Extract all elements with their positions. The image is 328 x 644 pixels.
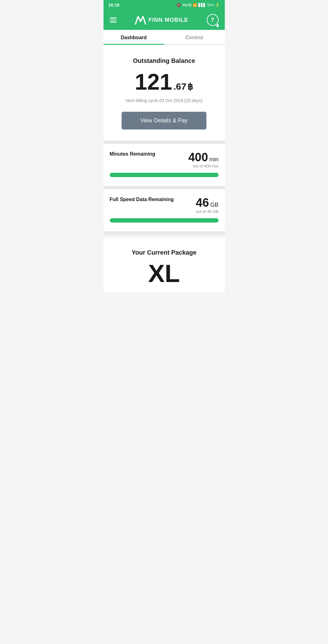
view-details-pay-button[interactable]: View Details & Pay <box>122 112 207 129</box>
balance-title: Outstanding Balance <box>111 57 217 64</box>
status-bar: 10:16 🔇 VoLTE 📶 ▋▋▋ 55% 🔋 <box>104 0 225 10</box>
logo-icon <box>135 15 146 25</box>
battery-icon: 🔋 <box>215 3 220 7</box>
section-divider-2 <box>104 186 225 189</box>
app-logo: FINN MOBILE <box>135 15 188 25</box>
lte-icon: VoLTE <box>182 3 192 7</box>
minutes-value-block: 400 min out of 400 min <box>188 151 219 168</box>
package-title: Your Current Package <box>111 249 217 256</box>
tab-bar: Dashboard Control <box>104 30 225 45</box>
package-section: Your Current Package XL <box>104 238 225 292</box>
status-time: 10:16 <box>109 2 120 7</box>
tab-dashboard[interactable]: Dashboard <box>104 30 164 44</box>
minutes-progress-bar <box>110 173 219 177</box>
status-icons: 🔇 VoLTE 📶 ▋▋▋ 55% 🔋 <box>177 3 219 7</box>
menu-button[interactable] <box>110 17 117 22</box>
balance-decimal-amount: .67 <box>173 81 187 92</box>
help-button[interactable]: ? <box>207 14 219 26</box>
minutes-section: Minutes Remaining 400 min out of 400 min <box>104 144 225 186</box>
balance-amount: 121 .67 ฿ <box>111 71 217 93</box>
package-name: XL <box>111 261 217 286</box>
data-unit: GB <box>210 202 218 208</box>
help-icon: ? <box>211 17 214 23</box>
data-row: Full Speed Data Remaining 46 GB out of 4… <box>110 197 219 214</box>
minutes-progress-fill <box>110 173 219 177</box>
data-section: Full Speed Data Remaining 46 GB out of 4… <box>104 189 225 232</box>
section-divider-3 <box>104 232 225 235</box>
billing-cycle-text: Next billing cycle 03 Oct 2019 (20 days) <box>111 98 217 103</box>
logo-text: FINN MOBILE <box>149 17 188 23</box>
balance-section: Outstanding Balance 121 .67 ฿ Next billi… <box>104 45 225 141</box>
data-sub: out of 46 GB <box>196 209 219 214</box>
minutes-sub: out of 400 min <box>188 164 219 168</box>
balance-currency: ฿ <box>187 82 193 92</box>
wifi-icon: 📶 <box>193 3 197 7</box>
app-header: FINN MOBILE ? <box>104 10 225 30</box>
battery-text: 55% <box>207 3 214 7</box>
signal-icon: ▋▋▋ <box>198 3 206 7</box>
minutes-unit: min <box>209 156 218 162</box>
minutes-value: 400 <box>188 151 208 164</box>
minutes-row: Minutes Remaining 400 min out of 400 min <box>110 151 219 168</box>
tab-control[interactable]: Control <box>164 30 225 44</box>
data-progress-bar <box>110 218 219 223</box>
minutes-label: Minutes Remaining <box>110 151 155 157</box>
mute-icon: 🔇 <box>177 3 181 7</box>
data-label: Full Speed Data Remaining <box>110 197 174 202</box>
data-value-block: 46 GB out of 46 GB <box>196 197 219 214</box>
balance-main-amount: 121 <box>135 71 172 93</box>
data-value: 46 <box>196 196 209 209</box>
section-divider-1 <box>104 141 225 144</box>
bubble-tail <box>215 23 219 28</box>
data-progress-fill <box>110 218 219 223</box>
